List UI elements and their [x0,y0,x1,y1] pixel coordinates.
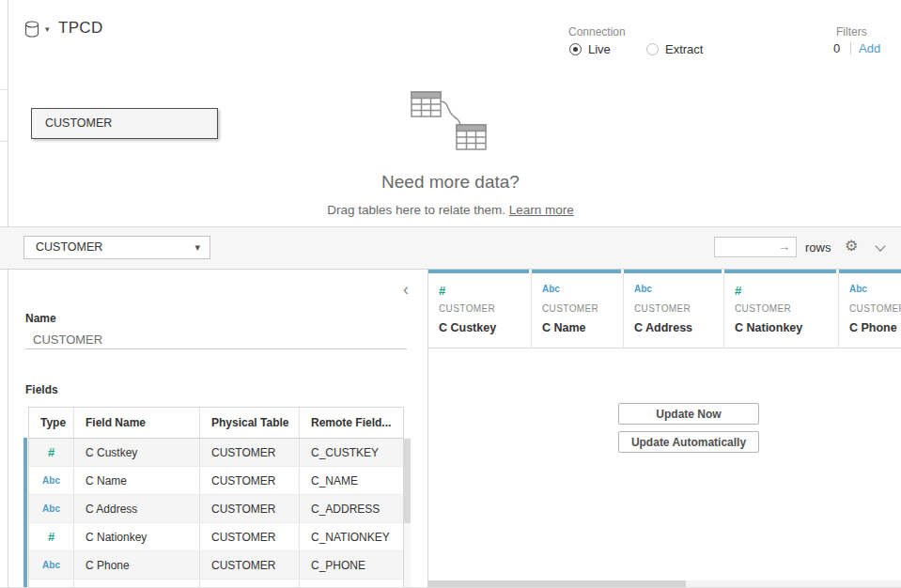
column-header-field-name[interactable]: Field Name [74,408,200,438]
column-table-label: CUSTOMER [634,303,691,314]
column-accent-bar [724,270,836,273]
dropdown-caret-icon: ▾ [194,237,200,258]
table-row[interactable]: # C Nationkey CUSTOMER C_NATIONKEY [29,523,403,551]
column-divider [723,273,724,348]
divider [850,42,851,54]
gear-icon[interactable]: ⚙ [845,237,858,255]
name-label: Name [25,312,56,325]
radio-extract-label: Extract [665,42,703,56]
string-type-icon: Abc [42,560,60,570]
column-field-label: C Address [634,321,692,334]
remote-field-cell: C_PHONE [300,551,403,579]
field-name-cell: C Phone [74,551,200,579]
fields-label: Fields [25,383,58,396]
add-filter-link[interactable]: Add [859,41,880,55]
rail-tick [0,141,8,142]
grid-column-c-name[interactable]: Abc CUSTOMER C Name [531,270,623,348]
column-accent-bar [839,270,901,273]
radio-live-label: Live [588,42,611,56]
column-accent-bar [532,270,621,273]
left-pane-divider [8,0,8,588]
field-name-cell: C Address [74,495,200,522]
column-field-label: C Name [542,321,586,334]
table-selector-dropdown[interactable]: CUSTOMER ▾ [23,236,210,259]
column-divider [838,273,839,348]
number-type-icon: # [735,284,741,298]
update-automatically-button[interactable]: Update Automatically [618,431,759,453]
field-name-cell: C Custkey [74,439,200,466]
column-header-physical-table[interactable]: Physical Table [200,408,300,438]
page-title: TPCD [58,19,102,38]
number-type-icon: # [439,284,445,298]
empty-state-subtitle: Drag tables here to relate them. Learn m… [0,203,901,217]
grid-column-c-nationkey[interactable]: # CUSTOMER C Nationkey [723,270,838,348]
remote-field-cell: C_NAME [300,467,403,494]
column-accent-bar [624,270,722,273]
grid-hscrollbar-thumb[interactable] [427,580,686,587]
input-underline [25,348,407,349]
grid-column-c-address[interactable]: Abc CUSTOMER C Address [623,270,723,348]
table-row[interactable]: # C Custkey CUSTOMER C_CUSTKEY [29,439,403,467]
database-icon [24,21,40,39]
column-header-type[interactable]: Type [29,408,74,438]
fields-table-header: Type Field Name Physical Table Remote Fi… [29,408,403,439]
chevron-down-icon[interactable] [877,242,885,251]
grid-column-c-phone[interactable]: Abc CUSTOMER C Phone [838,270,901,348]
connection-label: Connection [568,25,626,39]
drag-tables-text: Drag tables here to relate them. [327,203,509,217]
remote-field-cell: C_ADDRESS [300,495,403,522]
remote-field-cell: C_NATIONKEY [300,523,403,550]
remote-field-cell: C_CUSTKEY [300,439,403,466]
grid-column-c-custkey[interactable]: # CUSTOMER C Custkey [427,270,531,348]
physical-table-cell: CUSTOMER [200,551,300,579]
datasource-menu-button[interactable]: ▾ [24,20,54,42]
table-row[interactable]: Abc C Phone CUSTOMER C_PHONE [29,551,403,580]
rows-label: rows [805,240,831,255]
fields-table-scrollbar-thumb[interactable] [404,439,411,523]
filters-count: 0 [833,41,840,55]
radio-unselected-icon [646,43,659,55]
empty-state-title: Need more data? [0,172,901,193]
relate-tables-illustration-icon [411,91,514,157]
canvas-table-customer[interactable]: CUSTOMER [31,108,218,139]
string-type-icon: Abc [42,475,60,486]
filters-label: Filters [836,25,867,39]
table-row[interactable]: Abc C Address CUSTOMER C_ADDRESS [29,495,403,523]
column-divider [531,273,532,348]
column-table-label: CUSTOMER [439,303,495,314]
learn-more-link[interactable]: Learn more [509,203,574,217]
physical-table-cell: CUSTOMER [200,523,300,550]
string-type-icon: Abc [634,284,652,294]
field-name-cell: C Nationkey [74,523,200,550]
radio-live[interactable]: Live [569,41,611,56]
rows-count-input[interactable] [714,237,797,257]
fields-table: Type Field Name Physical Table Remote Fi… [28,407,404,588]
selected-table-accent-bar [23,438,27,588]
column-accent-bar [428,270,529,273]
column-field-label: C Phone [849,321,897,334]
tableau-datasource-page: ▾ TPCD Connection Live Extract Filters 0… [0,0,901,588]
table-row[interactable]: Abc C Name CUSTOMER C_NAME [29,467,403,495]
physical-table-cell: CUSTOMER [200,467,300,494]
column-field-label: C Nationkey [735,321,802,334]
radio-selected-icon [569,43,582,55]
number-type-icon: # [48,530,54,544]
string-type-icon: Abc [849,284,867,294]
column-table-label: CUSTOMER [735,303,791,314]
column-table-label: CUSTOMER [849,303,901,314]
column-header-remote-field[interactable]: Remote Field... [300,408,403,438]
chevron-down-icon: ▾ [45,24,50,34]
string-type-icon: Abc [542,284,560,294]
collapse-panel-icon[interactable]: ‹ [403,281,409,298]
fields-table-body: # C Custkey CUSTOMER C_CUSTKEY Abc C Nam… [29,439,403,588]
field-name-cell: C Name [74,467,200,494]
column-field-label: C Custkey [439,321,496,334]
column-divider [623,273,624,348]
physical-table-cell: CUSTOMER [200,495,300,522]
column-table-label: CUSTOMER [542,303,598,314]
update-now-button[interactable]: Update Now [618,403,759,425]
rail-tick [0,89,8,90]
table-name-input[interactable] [33,331,399,348]
radio-extract[interactable]: Extract [646,41,703,56]
string-type-icon: Abc [42,503,60,514]
